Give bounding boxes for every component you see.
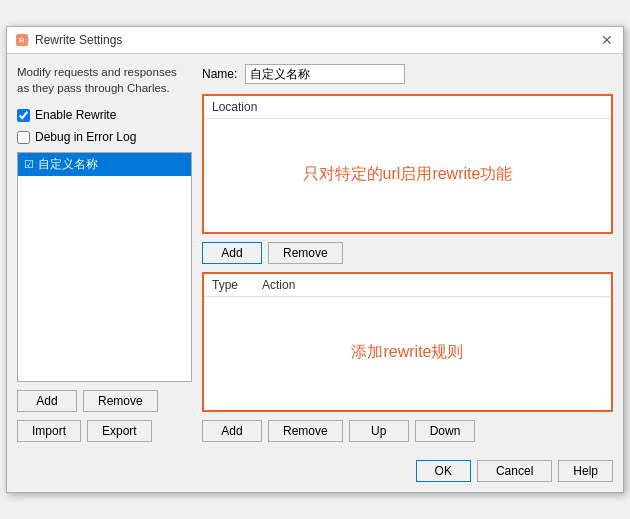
enable-rewrite-checkbox[interactable] (17, 109, 30, 122)
list-item-check: ☑ (24, 158, 34, 171)
debug-log-checkbox[interactable] (17, 131, 30, 144)
help-button[interactable]: Help (558, 460, 613, 482)
rules-down-button[interactable]: Down (415, 420, 476, 442)
location-box: Location 只对特定的url启用rewrite功能 (202, 94, 613, 234)
location-watermark: 只对特定的url启用rewrite功能 (283, 144, 533, 205)
cancel-button[interactable]: Cancel (477, 460, 552, 482)
location-remove-button[interactable]: Remove (268, 242, 343, 264)
left-buttons-row1: Add Remove (17, 390, 192, 412)
list-item[interactable]: ☑ 自定义名称 (18, 153, 191, 176)
rules-content: 添加rewrite规则 (204, 297, 611, 407)
location-content: 只对特定的url启用rewrite功能 (204, 119, 611, 229)
ok-button[interactable]: OK (416, 460, 471, 482)
col-action: Action (262, 278, 295, 292)
enable-rewrite-row: Enable Rewrite (17, 108, 192, 122)
main-content: Modify requests and responses as they pa… (7, 54, 623, 452)
name-label: Name: (202, 67, 237, 81)
location-header: Location (204, 96, 611, 119)
col-type: Type (212, 278, 238, 292)
rules-buttons: Add Remove Up Down (202, 420, 613, 442)
rules-add-button[interactable]: Add (202, 420, 262, 442)
list-item-label: 自定义名称 (38, 156, 98, 173)
rewrite-settings-window: R Rewrite Settings ✕ Modify requests and… (6, 26, 624, 493)
debug-log-row: Debug in Error Log (17, 130, 192, 144)
window-icon: R (15, 33, 29, 47)
rules-box: Type Action 添加rewrite规则 (202, 272, 613, 412)
window-title: Rewrite Settings (35, 33, 122, 47)
rules-watermark: 添加rewrite规则 (331, 322, 483, 383)
location-buttons: Add Remove (202, 242, 613, 264)
left-remove-button[interactable]: Remove (83, 390, 158, 412)
left-add-button[interactable]: Add (17, 390, 77, 412)
left-panel: Modify requests and responses as they pa… (17, 64, 192, 442)
svg-text:R: R (19, 36, 25, 45)
rules-remove-button[interactable]: Remove (268, 420, 343, 442)
close-button[interactable]: ✕ (599, 33, 615, 47)
title-bar: R Rewrite Settings ✕ (7, 27, 623, 54)
enable-rewrite-label: Enable Rewrite (35, 108, 116, 122)
left-buttons-row2: Import Export (17, 420, 192, 442)
left-import-button[interactable]: Import (17, 420, 81, 442)
right-panel: Name: Location 只对特定的url启用rewrite功能 Add R… (202, 64, 613, 442)
rules-header: Type Action (204, 274, 611, 297)
name-input[interactable] (245, 64, 405, 84)
name-row: Name: (202, 64, 613, 84)
location-add-button[interactable]: Add (202, 242, 262, 264)
left-export-button[interactable]: Export (87, 420, 152, 442)
footer: OK Cancel Help (7, 452, 623, 492)
debug-log-label: Debug in Error Log (35, 130, 136, 144)
rules-list[interactable]: ☑ 自定义名称 (17, 152, 192, 382)
rules-up-button[interactable]: Up (349, 420, 409, 442)
description-text: Modify requests and responses as they pa… (17, 64, 192, 96)
